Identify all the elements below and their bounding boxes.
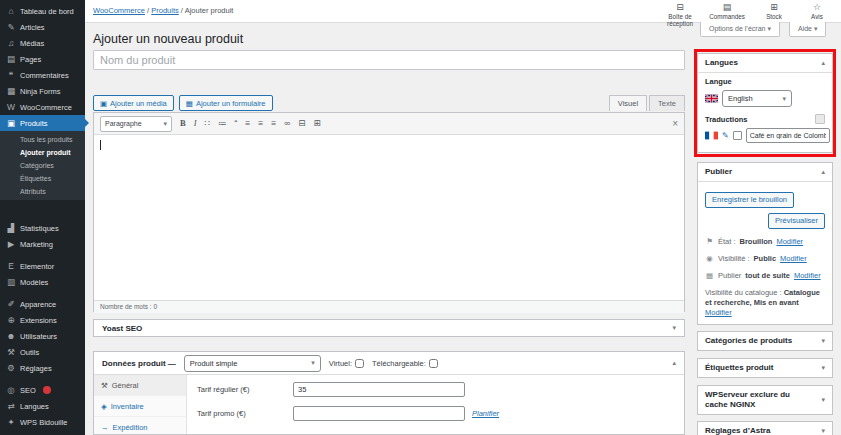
tab-text[interactable]: Texte <box>649 95 685 111</box>
publish-panel-header[interactable]: Publier ▴ <box>698 163 832 182</box>
status-value: Brouillon <box>740 237 773 246</box>
sidebar-item-settings[interactable]: ⚙ Réglages <box>0 360 85 376</box>
sidebar-item-label: Elementor <box>20 262 54 271</box>
preview-label: Prévisualiser <box>775 216 818 225</box>
numbered-list-button[interactable]: ≔ <box>218 119 227 128</box>
yoast-seo-panel[interactable]: Yoast SEO ▾ <box>93 319 685 337</box>
preview-button[interactable]: Prévisualiser <box>768 213 825 229</box>
screen-options-tab[interactable]: Options de l’écran ▾ <box>700 22 780 37</box>
schedule-sale-link[interactable]: Planifier <box>472 409 499 418</box>
save-draft-button[interactable]: Enregistrer le brouillon <box>705 192 794 208</box>
bulleted-list-button[interactable]: ∷ <box>205 119 210 128</box>
italic-button[interactable]: I <box>194 119 197 128</box>
add-form-button[interactable]: ▦ Ajouter un formulaire <box>179 95 273 111</box>
submenu-add-product[interactable]: Ajouter produit <box>0 146 85 159</box>
add-media-button[interactable]: ▣ Ajouter un média <box>93 95 174 111</box>
tab-visual[interactable]: Visuel <box>609 95 647 111</box>
edit-visibility-link[interactable]: Modifier <box>780 254 807 263</box>
submenu-attributes[interactable]: Attributs <box>0 185 85 198</box>
product-name-input[interactable] <box>93 50 685 70</box>
wpserveur-cache-header[interactable]: WPServeur exclure du cache NGINX ▾ <box>698 386 832 414</box>
sidebar-item-wps-bidouille[interactable]: ✦ WPS Bidouille <box>0 414 85 430</box>
sidebar-item-analytics[interactable]: ▟ Statistiques <box>0 220 85 236</box>
translations-label: Traductions <box>705 115 748 124</box>
align-right-button[interactable]: ≡ <box>271 119 276 128</box>
edit-translation-icon[interactable]: ✎ <box>722 131 729 140</box>
submenu-tags[interactable]: Étiquettes <box>0 172 85 185</box>
edit-catalog-visibility-link[interactable]: Modifier <box>705 308 732 317</box>
editor-media-row: ▣ Ajouter un média ▦ Ajouter un formulai… <box>93 95 685 111</box>
sidebar-item-label: Articles <box>20 23 45 32</box>
translations-settings-icon[interactable] <box>815 114 825 124</box>
translation-sync-checkbox[interactable] <box>733 131 742 140</box>
sidebar-item-languages[interactable]: ⇄ Langues <box>0 398 85 414</box>
admin-sidebar: ⌂ Tableau de bord ✎ Articles ♫ Médias ▤ … <box>0 0 85 435</box>
language-select[interactable]: English ▾ <box>722 90 792 107</box>
help-tab[interactable]: Aide ▾ <box>789 22 826 37</box>
edit-status-link[interactable]: Modifier <box>776 237 803 246</box>
product-tags-header[interactable]: Étiquettes produit ▾ <box>698 359 832 377</box>
templates-icon: ▥ <box>6 277 16 287</box>
chevron-down-icon: ▾ <box>821 396 825 405</box>
astra-settings-header[interactable]: Réglages d’Astra ▾ <box>698 422 832 435</box>
sidebar-item-plugins[interactable]: ⊕ Extensions <box>0 312 85 328</box>
stock-action[interactable]: ⊞ Stock <box>758 2 790 20</box>
orders-action[interactable]: ▤ Commandes <box>707 2 747 20</box>
sidebar-item-appearance[interactable]: ✐ Apparence <box>0 296 85 312</box>
chevron-up-icon: ▴ <box>821 168 825 177</box>
tab-inventory[interactable]: ◈ Inventaire <box>94 396 186 417</box>
tab-shipping[interactable]: → Expédition <box>94 417 186 435</box>
languages-panel: Langues ▴ Langue English ▾ Traductions <box>697 53 833 153</box>
align-left-button[interactable]: ≡ <box>245 119 250 128</box>
sidebar-item-ninja-forms[interactable]: ▦ Ninja Forms <box>0 83 85 99</box>
sidebar-item-products[interactable]: ▣ Produits <box>0 115 85 131</box>
downloadable-checkbox[interactable] <box>429 359 438 368</box>
yoast-panel-title: Yoast SEO <box>102 324 142 333</box>
sidebar-item-posts[interactable]: ✎ Articles <box>0 19 85 35</box>
sidebar-item-seo[interactable]: ◎ SEO <box>0 382 85 398</box>
wpserveur-cache-panel: WPServeur exclure du cache NGINX ▾ <box>697 385 833 415</box>
sidebar-item-media[interactable]: ♫ Médias <box>0 35 85 51</box>
toolbar-toggle-button[interactable]: ⊞ <box>313 119 320 128</box>
breadcrumb-woocommerce-link[interactable]: WooCommerce <box>93 6 145 15</box>
sidebar-item-pages[interactable]: ▤ Pages <box>0 51 85 67</box>
submenu-all-products[interactable]: Tous les produits <box>0 133 85 146</box>
sidebar-item-templates[interactable]: ▥ Modèles <box>0 274 85 290</box>
product-tags-title: Étiquettes produit <box>705 363 773 373</box>
product-type-select[interactable]: Produit simple ▾ <box>184 355 321 372</box>
translation-input[interactable] <box>746 128 830 143</box>
link-button[interactable]: ∞ <box>284 119 290 128</box>
read-more-button[interactable]: ⊟ <box>298 119 305 128</box>
sidebar-item-comments[interactable]: ❝ Commentaires <box>0 67 85 83</box>
sidebar-item-elementor[interactable]: E Elementor <box>0 258 85 274</box>
add-form-label: Ajouter un formulaire <box>196 99 266 108</box>
bold-button[interactable]: B <box>180 119 186 128</box>
chevron-down-icon: ▾ <box>782 95 786 103</box>
sidebar-item-collapse-menu[interactable]: ◀ Réduire le menu <box>0 430 85 435</box>
sidebar-item-marketing[interactable]: ▶ Marketing <box>0 236 85 252</box>
tab-general[interactable]: ⚒ Général <box>94 375 186 396</box>
virtual-checkbox[interactable] <box>355 359 364 368</box>
regular-price-input[interactable] <box>293 382 465 397</box>
sidebar-item-label: Médias <box>20 39 44 48</box>
sale-price-input[interactable] <box>293 406 465 421</box>
chevron-up-icon[interactable]: ▴ <box>672 359 676 367</box>
reviews-action[interactable]: ☆ Avis <box>801 2 833 20</box>
inbox-action[interactable]: ⊟ Boîte de réception <box>664 2 696 27</box>
languages-panel-header[interactable]: Langues ▴ <box>698 54 832 73</box>
sidebar-item-tools[interactable]: ⚒ Outils <box>0 344 85 360</box>
sidebar-item-woocommerce[interactable]: W WooCommerce <box>0 99 85 115</box>
product-categories-header[interactable]: Catégories de produits ▾ <box>698 332 832 350</box>
fullscreen-icon[interactable]: × <box>672 118 678 129</box>
submenu-categories[interactable]: Catégories <box>0 159 85 172</box>
schedule-value: tout de suite <box>745 271 790 280</box>
breadcrumb-products-link[interactable]: Produits <box>151 6 179 15</box>
edit-schedule-link[interactable]: Modifier <box>794 271 821 280</box>
paragraph-style-select[interactable]: Paragraphe ▾ <box>100 116 172 132</box>
sidebar-item-users[interactable]: ☻ Utilisateurs <box>0 328 85 344</box>
editor-content-area[interactable] <box>94 135 684 300</box>
blockquote-button[interactable]: “ <box>234 119 237 128</box>
sidebar-item-dashboard[interactable]: ⌂ Tableau de bord <box>0 3 85 19</box>
product-data-body: ⚒ Général ◈ Inventaire → Expédition Tari… <box>94 375 684 435</box>
align-center-button[interactable]: ≡ <box>258 119 263 128</box>
